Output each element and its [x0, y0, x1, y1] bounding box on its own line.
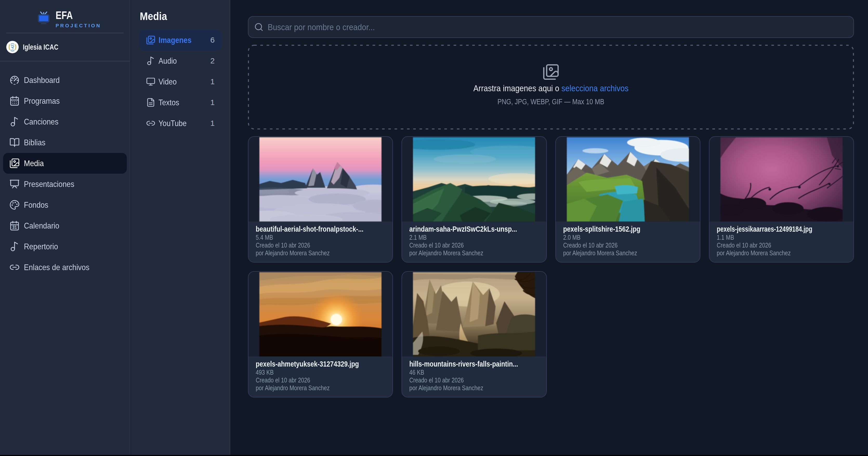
- svg-text:31: 31: [12, 225, 17, 230]
